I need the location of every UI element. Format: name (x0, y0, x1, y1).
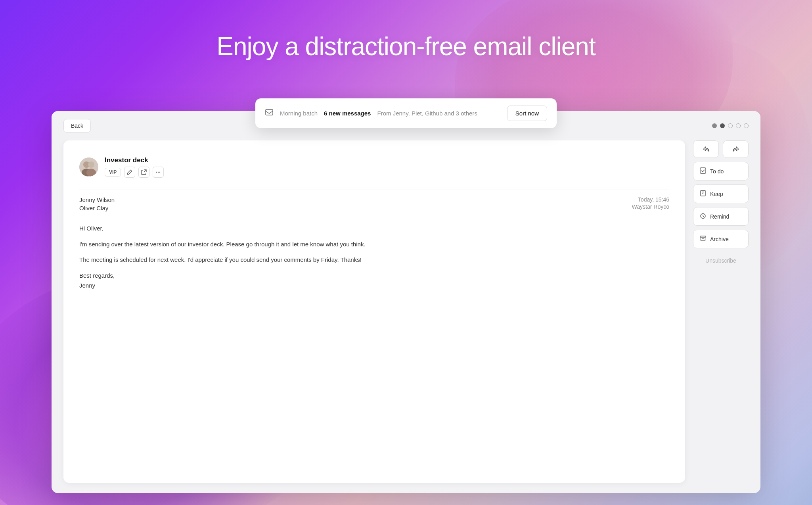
email-signoff: Best regards, Jenny (79, 271, 669, 291)
edit-badge[interactable] (124, 167, 135, 178)
archive-button[interactable]: Archive (693, 230, 749, 248)
dot-5 (744, 123, 749, 128)
email-participants: Jenny Wilson Oliver Clay (79, 196, 115, 211)
vip-badge[interactable]: VIP (105, 168, 121, 177)
svg-rect-0 (266, 109, 273, 115)
forward-button[interactable] (723, 140, 749, 158)
svg-point-7 (158, 172, 159, 173)
keep-button[interactable]: Keep (693, 184, 749, 203)
reply-button[interactable] (693, 140, 719, 158)
archive-icon (700, 235, 706, 243)
archive-label: Archive (710, 236, 729, 242)
email-panel: Investor deck VIP (63, 140, 685, 483)
email-body-line1: I'm sending over the latest version of o… (79, 239, 669, 250)
more-badge[interactable] (153, 167, 164, 178)
reply-forward-row (693, 140, 749, 158)
dot-1 (712, 123, 717, 128)
thread-name: Investor deck (105, 156, 164, 164)
email-meta: Jenny Wilson Oliver Clay Today, 15:46 Wa… (79, 190, 669, 211)
recipient-name: Oliver Clay (79, 205, 115, 211)
sort-now-button[interactable]: Sort now (507, 106, 547, 121)
page-title: Enjoy a distraction-free email client (0, 32, 812, 61)
todo-button[interactable]: To do (693, 162, 749, 180)
svg-point-4 (88, 161, 94, 168)
notification-bar: Morning batch 6 new messages From Jenny,… (255, 98, 557, 128)
avatar (79, 157, 98, 177)
email-header: Investor deck VIP (79, 156, 669, 178)
back-button[interactable]: Back (63, 119, 91, 132)
todo-icon (700, 167, 706, 175)
keep-icon (700, 190, 706, 198)
dot-2 (720, 123, 725, 128)
main-window: Back SORT (52, 111, 760, 493)
email-details-right: Today, 15:46 Waystar Royco (632, 196, 669, 210)
content-area: Investor deck VIP (52, 140, 760, 493)
sender-info: Investor deck VIP (79, 156, 164, 178)
share-badge[interactable] (138, 167, 149, 178)
sender-name: Jenny Wilson (79, 196, 115, 203)
email-company: Waystar Royco (632, 204, 669, 210)
svg-point-5 (86, 169, 96, 177)
email-greeting: Hi Oliver, (79, 223, 669, 234)
remind-button[interactable]: Remind (693, 207, 749, 226)
remind-icon (700, 213, 706, 220)
inbox-icon (265, 108, 274, 119)
remind-label: Remind (710, 213, 729, 220)
todo-label: To do (710, 168, 724, 175)
email-badges: VIP (105, 167, 164, 178)
svg-point-8 (159, 172, 160, 173)
svg-rect-9 (700, 168, 706, 173)
batch-name: Morning batch (280, 110, 318, 117)
svg-rect-12 (700, 236, 706, 237)
dot-4 (736, 123, 741, 128)
right-panel: To do Keep (685, 140, 749, 483)
new-messages-count: 6 new messages (324, 110, 371, 117)
svg-point-6 (156, 172, 157, 173)
from-text: From Jenny, Piet, Github and 3 others (377, 110, 500, 117)
dot-3 (728, 123, 733, 128)
unsubscribe-button[interactable]: Unsubscribe (693, 252, 749, 269)
email-body-line2: The meeting is scheduled for next week. … (79, 255, 669, 265)
pagination-dots (712, 123, 749, 128)
email-body: Hi Oliver, I'm sending over the latest v… (79, 223, 669, 291)
keep-label: Keep (710, 191, 723, 197)
email-time: Today, 15:46 (632, 196, 669, 203)
